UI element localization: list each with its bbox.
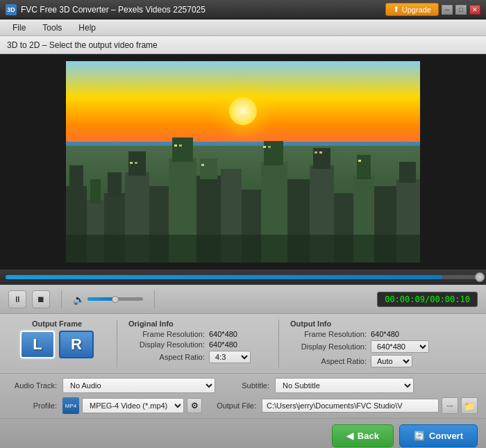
audio-subtitle-row: Audio Track: No Audio Track 1 Track 2 Su… — [8, 378, 478, 393]
stop-icon: ⏹ — [37, 294, 45, 304]
folder-icon: 📁 — [464, 401, 475, 411]
file-folder-button[interactable]: 📁 — [461, 397, 478, 414]
out-display-res-row: Display Resolution: 640*480 800*600 1280… — [290, 340, 478, 353]
out-frame-res-value: 640*480 — [371, 330, 399, 338]
settings-separator-2 — [278, 320, 279, 367]
title-bar-left: 3D FVC Free 3D Converter – Pexels Videos… — [6, 4, 206, 15]
out-display-res-select[interactable]: 640*480 800*600 1280*720 1920*1080 — [371, 340, 429, 353]
profile-output-row: Profile: MP4 MPEG-4 Video (*.mp4) AVI MK… — [8, 397, 478, 414]
bottom-controls: Audio Track: No Audio Track 1 Track 2 Su… — [0, 374, 486, 419]
back-button[interactable]: ◀ Back — [332, 424, 394, 447]
file-browse-button[interactable]: ··· — [442, 397, 458, 414]
output-file-container: ··· 📁 — [262, 397, 478, 414]
svg-rect-35 — [319, 151, 322, 154]
title-bar-controls: ⬆ Upgrade ─ □ ✕ — [385, 3, 480, 16]
output-file-label: Output File: — [208, 401, 256, 410]
output-info-section: Output Info Frame Resolution: 640*480 Di… — [290, 320, 478, 367]
svg-rect-22 — [357, 155, 371, 179]
svg-rect-26 — [66, 235, 420, 263]
stop-button[interactable]: ⏹ — [32, 290, 50, 308]
video-sun — [229, 97, 257, 125]
volume-fill — [87, 297, 115, 301]
convert-button[interactable]: 🔄 Convert — [399, 424, 478, 447]
output-info-label: Output Info — [290, 320, 478, 328]
browse-dots-icon: ··· — [446, 401, 453, 410]
orig-aspect-label: Aspect Ratio: — [128, 353, 205, 361]
original-info-section: Original Info Frame Resolution: 640*480 … — [128, 320, 267, 367]
svg-rect-12 — [200, 158, 217, 179]
profile-icon: MP4 — [62, 397, 79, 414]
volume-thumb — [112, 296, 119, 303]
original-info-label: Original Info — [128, 320, 267, 328]
svg-rect-27 — [130, 162, 133, 164]
svg-rect-29 — [174, 144, 177, 147]
volume-bar[interactable] — [87, 297, 143, 301]
footer: ◀ Back 🔄 Convert — [0, 419, 486, 448]
title-bar: 3D FVC Free 3D Converter – Pexels Videos… — [0, 0, 486, 19]
menu-tools[interactable]: Tools — [35, 22, 69, 34]
profile-container: MP4 MPEG-4 Video (*.mp4) AVI MKV ⚙ — [62, 397, 202, 414]
settings-separator-1 — [117, 320, 117, 367]
breadcrumb: 3D to 2D – Select the output video frame — [0, 36, 486, 54]
svg-rect-3 — [90, 179, 101, 204]
upgrade-icon: ⬆ — [393, 5, 399, 14]
video-container — [0, 54, 486, 269]
orig-display-res-value: 640*480 — [209, 340, 237, 349]
out-aspect-row: Aspect Ratio: Auto 4:3 16:9 — [290, 355, 478, 367]
svg-rect-32 — [263, 146, 266, 148]
orig-frame-res-value: 640*480 — [209, 330, 237, 338]
output-file-input[interactable] — [262, 399, 439, 413]
svg-rect-28 — [135, 162, 137, 164]
volume-icon: 🔊 — [73, 294, 85, 305]
orig-aspect-select[interactable]: 4:3 16:9 — [209, 351, 251, 363]
lr-buttons: L R — [20, 331, 94, 358]
video-city — [66, 146, 420, 263]
menu-file[interactable]: File — [6, 22, 33, 34]
settings-panel: Output Frame L R Original Info Frame Res… — [0, 314, 486, 374]
output-frame-section: Output Frame L R — [8, 320, 106, 367]
back-arrow-icon: ◀ — [346, 431, 353, 441]
window-title: FVC Free 3D Converter – Pexels Videos 22… — [21, 5, 206, 15]
convert-icon: 🔄 — [414, 431, 425, 441]
menu-help[interactable]: Help — [72, 22, 103, 34]
profile-settings-button[interactable]: ⚙ — [187, 398, 202, 413]
svg-rect-19 — [313, 148, 330, 169]
maximize-button[interactable]: □ — [455, 5, 467, 15]
orig-display-res-label: Display Resolution: — [128, 340, 205, 349]
upgrade-button[interactable]: ⬆ Upgrade — [385, 3, 439, 16]
audio-track-select[interactable]: No Audio Track 1 Track 2 — [62, 378, 215, 393]
subtitle-select[interactable]: No Subtitle Subtitle 1 — [275, 378, 414, 393]
mp4-icon: MP4 — [65, 403, 76, 409]
city-skyline-svg — [66, 131, 420, 263]
controls-bar: ⏸ ⏹ 🔊 00:00:09/00:00:10 — [0, 285, 486, 314]
out-frame-res-row: Frame Resolution: 640*480 — [290, 330, 478, 338]
seek-thumb — [475, 272, 485, 282]
svg-rect-36 — [358, 160, 361, 162]
seek-bar[interactable] — [6, 275, 480, 279]
pause-button[interactable]: ⏸ — [8, 290, 26, 308]
svg-rect-16 — [264, 141, 283, 165]
profile-label: Profile: — [8, 401, 57, 410]
output-frame-label: Output Frame — [32, 320, 82, 328]
svg-rect-31 — [201, 164, 204, 166]
close-button[interactable]: ✕ — [469, 5, 480, 15]
controls-divider-left — [61, 290, 62, 308]
audio-track-label: Audio Track: — [8, 381, 57, 390]
orig-aspect-row: Aspect Ratio: 4:3 16:9 — [128, 351, 267, 363]
time-display: 00:00:09/00:00:10 — [377, 292, 478, 307]
volume-container: 🔊 — [73, 294, 143, 305]
left-frame-button[interactable]: L — [20, 331, 55, 358]
out-display-res-label: Display Resolution: — [290, 342, 367, 351]
orig-display-res-row: Display Resolution: 640*480 — [128, 340, 267, 349]
out-aspect-label: Aspect Ratio: — [290, 357, 367, 365]
svg-rect-30 — [179, 144, 182, 147]
right-frame-button[interactable]: R — [59, 331, 94, 358]
menu-bar: File Tools Help — [0, 19, 486, 36]
svg-rect-34 — [315, 151, 317, 154]
seek-fill — [6, 275, 442, 279]
profile-select[interactable]: MPEG-4 Video (*.mp4) AVI MKV — [82, 398, 184, 413]
out-aspect-select[interactable]: Auto 4:3 16:9 — [371, 355, 412, 367]
controls-divider-right — [154, 290, 155, 308]
minimize-button[interactable]: ─ — [442, 5, 453, 15]
pause-icon: ⏸ — [13, 294, 22, 304]
